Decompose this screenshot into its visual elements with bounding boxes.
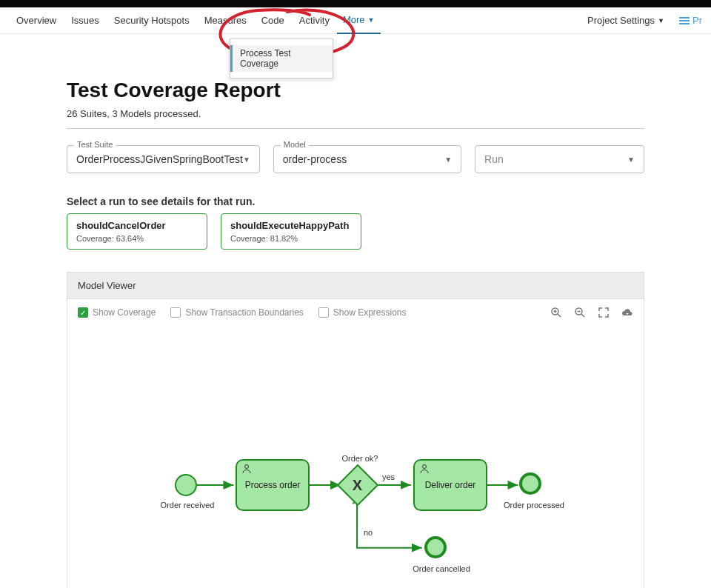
svg-point-13 [423, 465, 427, 469]
window-top-bar [0, 0, 711, 7]
end-event-processed[interactable] [519, 472, 541, 495]
nav-right-cut[interactable]: Pr [672, 7, 702, 34]
run-value: Run [484, 153, 504, 165]
checkbox-checked-icon: ✓ [78, 307, 88, 318]
svg-line-5 [581, 314, 584, 317]
nav-more[interactable]: More ▼ [337, 7, 381, 34]
user-task-icon [241, 464, 252, 474]
model-select[interactable]: order-process ▼ [273, 145, 461, 173]
svg-line-1 [558, 314, 561, 317]
end-event-cancelled[interactable] [424, 536, 447, 558]
nav-issues[interactable]: Issues [64, 7, 107, 34]
opt-label: Show Coverage [93, 307, 156, 318]
run-select[interactable]: Run ▼ [475, 145, 644, 173]
nav-activity[interactable]: Activity [292, 7, 337, 34]
opt-show-transaction-boundaries[interactable]: Show Transaction Boundaries [170, 307, 303, 318]
run-select-wrap: Run ▼ [475, 145, 644, 173]
nav-hotspots[interactable]: Security Hotspots [107, 7, 197, 34]
nav-project-settings-label: Project Settings [587, 15, 655, 26]
run-card-coverage: Coverage: 63.64% [76, 234, 198, 243]
gateway-order-ok[interactable]: X [337, 464, 379, 507]
nav-project-settings[interactable]: Project Settings ▼ [580, 7, 672, 34]
select-row: Test Suite OrderProcessJGivenSpringBootT… [67, 145, 644, 173]
test-suite-value: OrderProcessJGivenSpringBootTest [76, 153, 243, 165]
test-suite-label: Test Suite [74, 140, 116, 149]
test-suite-select-wrap: Test Suite OrderProcessJGivenSpringBootT… [67, 145, 260, 173]
svg-point-12 [245, 465, 249, 469]
model-viewer-header: Model Viewer [67, 273, 644, 299]
run-cards: shouldCancelOrder Coverage: 63.64% shoul… [67, 213, 644, 250]
end-event-cancelled-label: Order cancelled [408, 564, 475, 573]
task-label: Deliver order [425, 480, 476, 490]
task-label: Process order [245, 480, 301, 490]
chevron-down-icon: ▼ [243, 156, 250, 164]
end-event-processed-label: Order processed [501, 501, 567, 510]
task-deliver-order[interactable]: Deliver order [413, 459, 487, 511]
page-title: Test Coverage Report [67, 78, 644, 102]
chevron-down-icon: ▼ [658, 17, 664, 24]
opt-show-expressions[interactable]: Show Expressions [318, 307, 407, 318]
dropdown-process-test-coverage[interactable]: Process Test Coverage [230, 45, 333, 72]
run-card[interactable]: shouldExecuteHappyPath Coverage: 81.82% [221, 213, 361, 250]
start-event-label: Order received [158, 501, 217, 510]
model-viewer-panel: Model Viewer ✓ Show Coverage Show Transa… [67, 272, 644, 588]
model-value: order-process [283, 153, 347, 165]
start-event[interactable] [175, 474, 197, 496]
fit-icon[interactable] [598, 307, 610, 318]
zoom-in-icon[interactable] [550, 307, 562, 318]
project-nav: Overview Issues Security Hotspots Measur… [0, 7, 711, 34]
model-label: Model [281, 140, 309, 149]
chevron-down-icon: ▼ [368, 16, 375, 24]
user-task-icon [419, 464, 430, 474]
checkbox-icon [318, 307, 329, 318]
checkbox-icon [170, 307, 181, 318]
nav-overview[interactable]: Overview [9, 7, 64, 34]
nav-measures[interactable]: Measures [197, 7, 254, 34]
download-icon[interactable] [621, 307, 633, 318]
yes-label: yes [382, 472, 395, 481]
gateway-label: Order ok? [338, 454, 382, 463]
model-select-wrap: Model order-process ▼ [273, 145, 461, 173]
list-icon [679, 16, 690, 26]
run-card[interactable]: shouldCancelOrder Coverage: 63.64% [67, 213, 207, 250]
task-process-order[interactable]: Process order [236, 459, 310, 511]
nav-more-label: More [343, 14, 365, 25]
no-label: no [364, 528, 373, 537]
nav-code[interactable]: Code [254, 7, 292, 34]
runs-label: Select a run to see details for that run… [67, 196, 644, 207]
model-viewer-toolbar: ✓ Show Coverage Show Transaction Boundar… [67, 299, 644, 326]
test-suite-select[interactable]: OrderProcessJGivenSpringBootTest ▼ [67, 145, 260, 173]
run-card-name: shouldExecuteHappyPath [230, 220, 352, 231]
run-card-coverage: Coverage: 81.82% [230, 234, 352, 243]
content-area: Test Coverage Report 26 Suites, 3 Models… [52, 78, 659, 588]
opt-label: Show Transaction Boundaries [185, 307, 303, 318]
more-dropdown: Process Test Coverage [230, 39, 333, 78]
chevron-down-icon: ▼ [627, 156, 635, 164]
opt-show-coverage[interactable]: ✓ Show Coverage [78, 307, 156, 318]
page-subtitle: 26 Suites, 3 Models processed. [67, 108, 644, 129]
bpmn-diagram[interactable]: Order received Process order X Order ok?… [67, 326, 644, 588]
chevron-down-icon: ▼ [444, 156, 452, 164]
viewer-icons [550, 307, 633, 318]
nav-right-cut-label: Pr [692, 15, 702, 26]
zoom-out-icon[interactable] [574, 307, 586, 318]
opt-label: Show Expressions [333, 307, 407, 318]
run-card-name: shouldCancelOrder [76, 220, 198, 231]
